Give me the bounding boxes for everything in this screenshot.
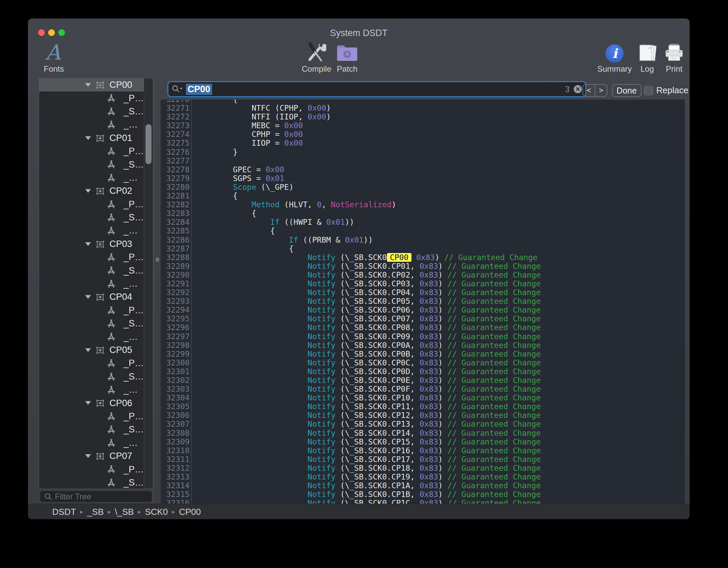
breadcrumb-item-sb[interactable]: _SB: [87, 507, 104, 517]
code-text: {: [196, 191, 238, 200]
tree-child-item[interactable]: _P…: [39, 198, 144, 211]
summary-button[interactable]: i: [605, 44, 624, 63]
disclosure-triangle-icon[interactable]: [85, 242, 91, 247]
patch-label: Patch: [337, 64, 357, 74]
splitter-handle[interactable]: [156, 257, 159, 262]
app-window: System DSDT A Fonts Compile: [28, 19, 690, 519]
line-number: 32301: [161, 367, 192, 376]
find-match-count: 3: [565, 84, 570, 94]
tree-child-item[interactable]: _S…: [39, 317, 144, 330]
clear-search-icon[interactable]: ✕: [574, 85, 582, 93]
log-button[interactable]: [638, 43, 658, 63]
find-next-button[interactable]: >: [595, 85, 607, 96]
disclosure-triangle-icon[interactable]: [85, 454, 91, 459]
tree-child-item[interactable]: _P…: [39, 357, 144, 370]
code-line: 32309 Notify (\_SB.SCK0.CP15, 0x83) // G…: [161, 437, 685, 446]
find-highlight: CP00: [387, 253, 411, 262]
code-line: 32295 Notify (\_SB.SCK0.CP07, 0x83) // G…: [161, 314, 685, 323]
tree-child-item[interactable]: _P…: [39, 145, 144, 158]
code-text: Notify (\_SB.SCK0.CP10, 0x83) // Guarant…: [196, 393, 541, 402]
compile-button[interactable]: [305, 41, 326, 63]
disclosure-triangle-icon[interactable]: [85, 82, 91, 87]
tree-item-cp04[interactable]: CP04: [39, 290, 144, 304]
code-line: 32270 {: [161, 100, 685, 104]
code-text: Notify (\_SB.SCK0.CP18, 0x83) // Guarant…: [196, 464, 541, 472]
tree-child-item[interactable]: _…: [39, 436, 144, 450]
code-text: Notify (\_SB.SCK0.CP0F, 0x83) // Guarant…: [196, 385, 541, 393]
tree-child-item[interactable]: _S…: [39, 423, 144, 436]
code-text: Notify (\_SB.SCK0CP00 0x83) // Guarantee…: [196, 253, 537, 262]
tree-child-label: _S…: [124, 424, 144, 435]
find-previous-button[interactable]: <: [583, 85, 595, 96]
window-title: System DSDT: [28, 28, 690, 38]
tree-child-item[interactable]: _…: [39, 224, 144, 237]
code-line: 32311 Notify (\_SB.SCK0.CP17, 0x83) // G…: [161, 455, 685, 464]
code-line: 32271 NTFC (CPHP, 0x00): [161, 104, 685, 112]
print-button[interactable]: [664, 43, 684, 62]
tree-child-item[interactable]: _P…: [39, 410, 144, 423]
disclosure-triangle-icon[interactable]: [85, 188, 91, 193]
code-lines: 32270 {32271 NTFC (CPHP, 0x00)32272 NTFI…: [161, 100, 685, 504]
tree-child-item[interactable]: _…: [39, 118, 144, 131]
tree-child-item[interactable]: _S…: [39, 158, 144, 171]
breadcrumb-item-dsdt[interactable]: DSDT: [52, 507, 76, 517]
tree-child-item[interactable]: _…: [39, 383, 144, 396]
tree-child-item[interactable]: _P…: [39, 304, 144, 317]
disclosure-triangle-icon[interactable]: [85, 400, 91, 405]
tree-child-item[interactable]: _…: [39, 171, 144, 184]
tree-child-label: _S…: [124, 265, 144, 276]
line-number: 32305: [161, 402, 192, 411]
line-number: 32296: [161, 323, 192, 332]
tree-item-cp02[interactable]: CP02: [39, 184, 144, 198]
disclosure-triangle-icon[interactable]: [85, 348, 91, 353]
pane-splitter[interactable]: [154, 78, 154, 504]
code-text: Notify (\_SB.SCK0.CP06, 0x83) // Guarant…: [196, 306, 541, 314]
method-icon: [106, 213, 117, 223]
tree-item-label: CP03: [109, 239, 132, 249]
patch-button[interactable]: [336, 43, 358, 62]
find-search-field[interactable]: CP00 3 ✕: [167, 81, 586, 97]
breadcrumb-separator-icon: ▸: [138, 508, 141, 516]
line-number: 32278: [161, 165, 192, 174]
code-text: {: [196, 100, 238, 104]
code-text: Notify (\_SB.SCK0.CP1C, 0x83) // Guarant…: [196, 499, 541, 504]
disclosure-triangle-icon[interactable]: [85, 294, 91, 299]
line-number: 32300: [161, 358, 192, 367]
disclosure-triangle-icon[interactable]: [85, 136, 91, 141]
tree-item-cp07[interactable]: CP07: [39, 450, 144, 463]
tree-item-cp06[interactable]: CP06: [39, 396, 144, 410]
tree-child-item[interactable]: _…: [39, 277, 144, 290]
tree-child-item[interactable]: _S…: [39, 370, 144, 383]
code-text: IIOP = 0x00: [196, 139, 303, 147]
code-line: 32276 }: [161, 148, 685, 156]
breadcrumb-item-cp00[interactable]: CP00: [179, 507, 201, 517]
code-line: 32294 Notify (\_SB.SCK0.CP06, 0x83) // G…: [161, 306, 685, 314]
breadcrumb-item-sb[interactable]: \_SB: [115, 507, 134, 517]
tree-child-label: _S…: [124, 318, 144, 329]
tree-child-item[interactable]: _P…: [39, 92, 144, 105]
filter-search-icon: [44, 493, 52, 501]
tree-item-cp03[interactable]: CP03: [39, 238, 144, 251]
line-number: 32315: [161, 490, 192, 499]
tree-child-item[interactable]: _P…: [39, 251, 144, 264]
filter-tree-input[interactable]: Filter Tree: [40, 491, 152, 502]
tree-child-item[interactable]: _…: [39, 330, 144, 343]
tree-child-item[interactable]: _S…: [39, 476, 144, 489]
replace-checkbox[interactable]: [644, 86, 653, 95]
tree-item-cp01[interactable]: CP01: [39, 132, 144, 145]
tree-item-cp05[interactable]: CP05: [39, 344, 144, 357]
done-button[interactable]: Done: [612, 84, 641, 97]
method-icon: [106, 279, 117, 289]
tree-item-cp00[interactable]: CP00: [39, 78, 144, 92]
method-icon: [106, 358, 117, 368]
code-editor[interactable]: 32270 {32271 NTFC (CPHP, 0x00)32272 NTFI…: [160, 100, 685, 504]
fonts-button[interactable]: A: [45, 42, 61, 63]
breadcrumb-item-sck0[interactable]: SCK0: [145, 507, 168, 517]
tree-child-item[interactable]: _S…: [39, 105, 144, 118]
tree-scrollbar-track[interactable]: [144, 78, 153, 489]
tree-child-item[interactable]: _S…: [39, 211, 144, 224]
tree-child-label: _…: [124, 119, 138, 130]
tree-child-item[interactable]: _S…: [39, 264, 144, 277]
tree-child-item[interactable]: _P…: [39, 463, 144, 476]
tree-scrollbar-thumb[interactable]: [145, 124, 152, 164]
